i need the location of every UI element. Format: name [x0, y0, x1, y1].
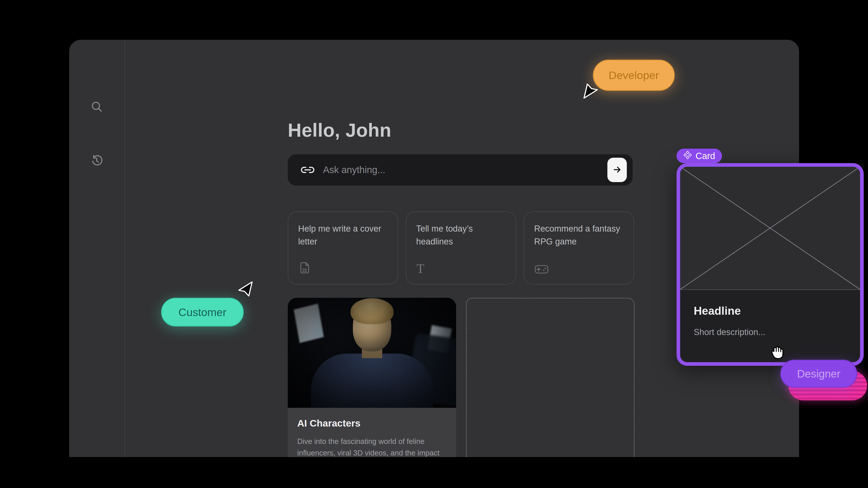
- customer-cursor-label: Customer: [161, 298, 244, 326]
- sidebar: [69, 40, 125, 457]
- canvas: Hello, John Help: [0, 0, 868, 488]
- search-button[interactable]: [87, 96, 107, 117]
- send-button[interactable]: [608, 158, 627, 182]
- designer-cursor-label: Designer: [780, 360, 857, 388]
- ai-card-photo: [288, 298, 456, 408]
- link-icon[interactable]: [301, 166, 315, 173]
- selection-badge-label: Card: [695, 151, 715, 161]
- empty-card-drop-slot[interactable]: [466, 298, 634, 457]
- suggestion-card-rpg-game[interactable]: Recommend a fantasy RPG game: [524, 212, 634, 285]
- ai-card-body: AI Characters Dive into the fascinating …: [288, 408, 456, 457]
- arrow-right-icon: [612, 165, 622, 175]
- grab-hand-cursor-icon: [768, 343, 787, 362]
- ask-input[interactable]: [322, 164, 633, 175]
- suggestion-card-headlines[interactable]: Tell me today’s headlines T: [406, 212, 516, 285]
- image-placeholder: [680, 167, 860, 290]
- selected-card[interactable]: Headline Short description...: [677, 163, 864, 366]
- history-button[interactable]: [87, 151, 107, 171]
- suggestion-card-cover-letter[interactable]: Help me write a cover letter: [288, 212, 398, 285]
- suggestion-row: Help me write a cover letter Tell me tod…: [288, 212, 634, 285]
- text-t-icon: T: [416, 262, 424, 275]
- ai-card-title: AI Characters: [297, 418, 447, 429]
- component-diamonds-icon: [683, 151, 692, 161]
- developer-cursor-label: Developer: [593, 60, 675, 91]
- ask-anything-bar: [288, 154, 633, 186]
- developer-cursor-icon: [583, 84, 598, 99]
- search-icon: [90, 100, 103, 113]
- history-icon: [90, 154, 103, 167]
- card-description: Short description...: [694, 327, 846, 337]
- suggestion-label: Help me write a cover letter: [298, 222, 388, 248]
- suggestion-label: Recommend a fantasy RPG game: [534, 222, 624, 248]
- ai-characters-card[interactable]: AI Characters Dive into the fascinating …: [288, 298, 456, 457]
- card-headline: Headline: [694, 304, 846, 318]
- ai-card-description: Dive into the fascinating world of felin…: [297, 435, 447, 457]
- page-title: Hello, John: [288, 119, 391, 141]
- crossed-box-lines: [680, 167, 860, 289]
- gamepad-icon: [535, 265, 549, 275]
- selection-badge: Card: [677, 149, 722, 163]
- customer-cursor-icon: [238, 282, 253, 297]
- photo-vignette: [288, 298, 456, 408]
- document-icon: [299, 261, 311, 275]
- suggestion-label: Tell me today’s headlines: [416, 222, 506, 248]
